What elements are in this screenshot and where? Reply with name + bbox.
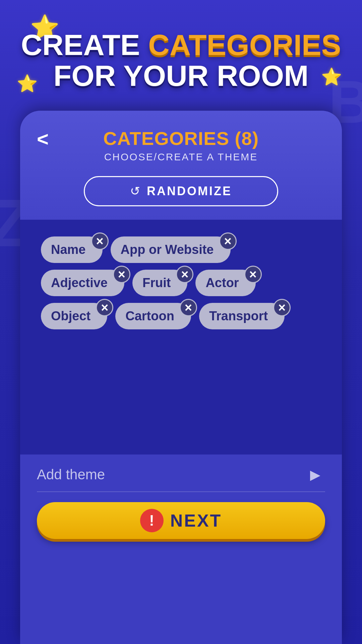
remove-transport-button[interactable]: [273, 299, 291, 316]
randomize-icon: ↺: [130, 184, 140, 198]
category-tag-cartoon[interactable]: Cartoon: [115, 303, 191, 329]
category-tag-fruit[interactable]: Fruit: [132, 270, 187, 296]
category-label-transport: Transport: [209, 309, 268, 323]
category-tag-appwebsite[interactable]: App or Website: [111, 236, 231, 263]
category-label-appwebsite: App or Website: [121, 243, 214, 257]
category-tag-name[interactable]: Name: [41, 236, 103, 263]
category-tag-actor[interactable]: Actor: [195, 270, 255, 296]
category-label-adjective: Adjective: [51, 276, 108, 290]
category-label-fruit: Fruit: [142, 276, 171, 290]
next-label: NEXT: [170, 511, 222, 531]
warning-icon: !: [140, 509, 164, 532]
categories-area: Name App or Website Adjective Fruit Acto…: [20, 220, 342, 454]
title-line2: FOR YOUR ROOM: [20, 60, 342, 92]
add-theme-row[interactable]: Add theme: [37, 465, 325, 492]
randomize-button[interactable]: ↺ RANDOMIZE: [84, 176, 278, 206]
category-tag-object[interactable]: Object: [41, 303, 107, 329]
title-line1: CREATE CATEGORIES: [20, 30, 342, 60]
card-header: < CATEGORIES (8) CHOOSE/CREATE A THEME ↺…: [20, 111, 342, 220]
card-subtitle: CHOOSE/CREATE A THEME: [40, 151, 322, 163]
main-card: < CATEGORIES (8) CHOOSE/CREATE A THEME ↺…: [20, 111, 342, 644]
tags-row: Name App or Website Adjective Fruit Acto…: [37, 233, 325, 333]
category-label-object: Object: [51, 309, 90, 323]
add-theme-arrow[interactable]: [305, 465, 325, 485]
back-button[interactable]: <: [37, 129, 49, 149]
randomize-label: RANDOMIZE: [147, 184, 232, 198]
remove-fruit-button[interactable]: [176, 266, 193, 283]
next-button[interactable]: ! NEXT: [37, 502, 325, 539]
category-tag-adjective[interactable]: Adjective: [41, 270, 124, 296]
remove-adjective-button[interactable]: [113, 266, 130, 283]
category-label-name: Name: [51, 243, 86, 257]
add-theme-label: Add theme: [37, 467, 105, 483]
category-tag-transport[interactable]: Transport: [199, 303, 285, 329]
title-categories: CATEGORIES: [148, 28, 341, 61]
card-title: CATEGORIES (8): [40, 127, 322, 149]
category-label-actor: Actor: [205, 276, 239, 290]
warning-symbol: !: [149, 512, 154, 529]
remove-appwebsite-button[interactable]: [219, 232, 237, 250]
remove-actor-button[interactable]: [244, 266, 262, 283]
remove-cartoon-button[interactable]: [180, 299, 197, 316]
remove-object-button[interactable]: [96, 299, 113, 316]
page-title-area: CREATE CATEGORIES FOR YOUR ROOM: [0, 30, 362, 92]
bottom-area: Add theme ! NEXT: [20, 454, 342, 549]
remove-name-button[interactable]: [91, 232, 109, 250]
category-label-cartoon: Cartoon: [125, 309, 174, 323]
title-create: CREATE: [21, 28, 140, 61]
